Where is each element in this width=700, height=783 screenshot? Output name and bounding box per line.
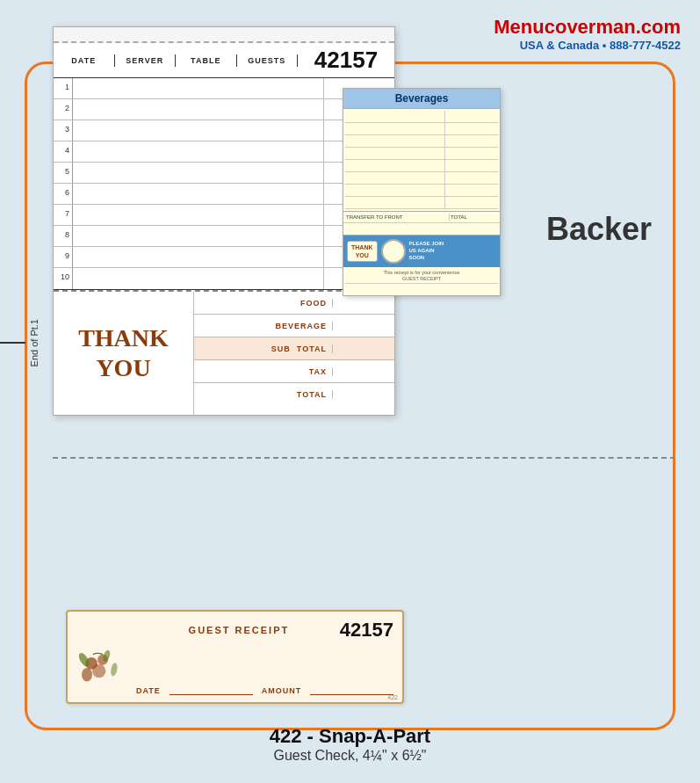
totals-section: FOOD BEVERAGE SUB TOTAL TAX TOTAL	[194, 292, 394, 415]
subtotal-label: SUB TOTAL	[194, 344, 333, 353]
row-num-4: 4	[54, 141, 73, 162]
row-num-6: 6	[54, 184, 73, 204]
perforated-top	[54, 27, 394, 43]
main-dashed-separator	[53, 457, 675, 459]
bev-please-join: PLEASE JOINUS AGAINSOON	[409, 241, 444, 261]
thank-you-text: THANKYOU	[78, 323, 169, 382]
row-num-9: 9	[54, 247, 73, 267]
bev-row	[345, 123, 498, 135]
receipt-title: GUEST RECEIPT	[138, 625, 340, 635]
bev-transfer-row	[343, 222, 500, 235]
row-num-3: 3	[54, 120, 73, 141]
receipt-header-row: GUEST RECEIPT 42157	[76, 619, 393, 642]
bev-row	[345, 172, 498, 185]
check-number: 42157	[298, 47, 394, 74]
bev-logo-circle	[381, 239, 406, 264]
amount-label: AMOUNT	[262, 686, 302, 695]
total-row-tax: TAX	[194, 360, 394, 383]
product-desc: Guest Check, 4¼" x 6½"	[0, 748, 700, 764]
branding: Menucoverman.com USA & Canada • 888-777-…	[494, 16, 681, 52]
bev-footer: THANKYOU PLEASE JOINUS AGAINSOON	[343, 235, 500, 267]
date-label: DATE	[136, 686, 161, 695]
thank-you-section: THANKYOU	[54, 292, 194, 415]
row-num-8: 8	[54, 226, 73, 246]
svg-point-2	[92, 664, 105, 678]
backer-label: Backer	[546, 211, 652, 248]
beverages-title: Beverages	[395, 92, 449, 105]
receipt-field-row: DATE AMOUNT	[136, 686, 393, 695]
row-num-5: 5	[54, 163, 73, 183]
grand-total-label: TOTAL	[194, 390, 333, 399]
bev-row	[345, 185, 498, 197]
bev-total-label: TOTAL	[450, 214, 498, 221]
product-name: 422 - Snap-A-Part	[0, 725, 700, 748]
end-of-pt1: End of Pt.1	[0, 319, 40, 366]
beverages-card: Beverages TRANSFER TO FRONT TOTAL THANKY…	[343, 88, 501, 296]
header-guests: GUESTS	[237, 54, 298, 67]
bev-row	[345, 160, 498, 172]
row-num-10: 10	[54, 268, 73, 289]
bev-thank-you: THANKYOU	[347, 241, 378, 262]
check-header: DATE SERVER TABLE GUESTS 42157	[54, 43, 394, 78]
total-row-beverage: BEVERAGE	[194, 315, 394, 337]
food-label: FOOD	[194, 299, 333, 308]
svg-point-6	[110, 663, 118, 677]
bev-row	[345, 197, 498, 209]
bev-bottom-area: This receipt is for your convenience GUE…	[343, 267, 500, 295]
receipt-fields: DATE AMOUNT	[136, 679, 393, 695]
total-row-total: TOTAL	[194, 383, 394, 406]
product-title-section: 422 - Snap-A-Part Guest Check, 4¼" x 6½"	[0, 725, 700, 764]
floral-decoration	[76, 647, 129, 695]
bev-transfer-section: TRANSFER TO FRONT TOTAL	[343, 211, 500, 222]
brand-sub: USA & Canada • 888-777-4522	[494, 39, 681, 52]
row-num-1: 1	[54, 78, 73, 98]
receipt-item-number: 422	[387, 694, 398, 700]
header-labels: DATE SERVER TABLE GUESTS	[54, 54, 298, 67]
bev-transfer-label: TRANSFER TO FRONT	[345, 214, 450, 221]
beverage-label: BEVERAGE	[194, 322, 333, 330]
check-bottom: THANKYOU FOOD BEVERAGE SUB TOTAL TAX TOT…	[54, 292, 394, 415]
bev-row	[345, 135, 498, 148]
amount-line	[310, 686, 393, 695]
header-table: TABLE	[176, 54, 237, 67]
total-row-subtotal: SUB TOTAL	[194, 337, 394, 360]
row-num-2: 2	[54, 99, 73, 120]
beverages-header: Beverages	[343, 89, 500, 109]
bev-guest-receipt-small: GUEST RECEIPT	[345, 276, 498, 281]
row-num-7: 7	[54, 205, 73, 225]
bev-row	[345, 111, 498, 123]
receipt-body: DATE AMOUNT	[76, 647, 393, 695]
end-pt1-text: End of Pt.1	[29, 319, 40, 366]
header-date: DATE	[54, 54, 115, 67]
end-pt1-line	[0, 342, 25, 344]
guest-receipt: GUEST RECEIPT 42157 DATE AMOUNT 4	[66, 610, 404, 704]
beverages-rows	[343, 109, 500, 211]
tax-label: TAX	[194, 367, 333, 376]
svg-point-3	[82, 668, 92, 681]
bev-final-row	[345, 283, 498, 294]
brand-name: Menucoverman.com	[494, 16, 681, 39]
receipt-number: 42157	[340, 619, 393, 642]
date-line	[170, 686, 253, 695]
bev-small-text: This receipt is for your convenience	[345, 269, 498, 276]
bev-row	[345, 148, 498, 160]
header-server: SERVER	[115, 54, 177, 67]
